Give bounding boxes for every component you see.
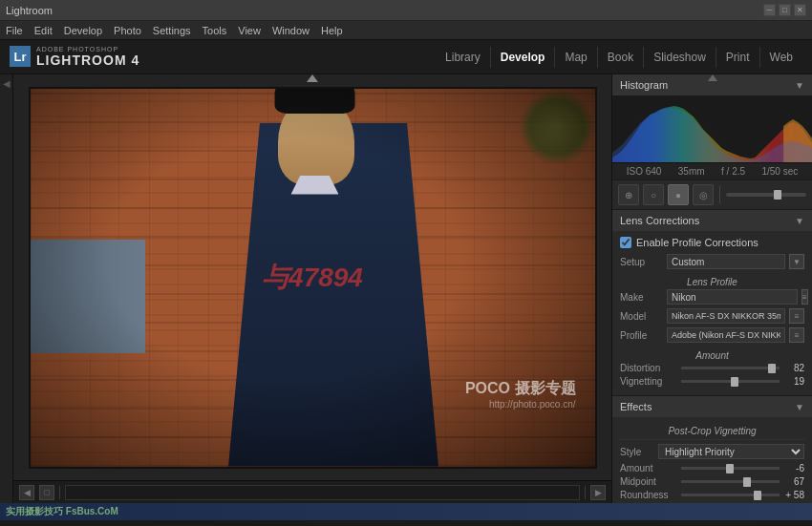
lens-corrections-header[interactable]: Lens Corrections ▼	[612, 210, 812, 231]
vignetting-slider[interactable]	[681, 380, 780, 383]
model-menu-button[interactable]: ≡	[789, 308, 804, 324]
redeye-tool[interactable]: ◎	[693, 184, 714, 205]
left-panel-toggle[interactable]: ◀	[3, 78, 11, 89]
setup-row: Setup ▼	[620, 254, 804, 269]
effects-amount-thumb	[726, 464, 734, 473]
effects-roundness-value: + 58	[783, 490, 804, 500]
vignetting-value: 19	[783, 376, 804, 387]
minimize-button[interactable]: ─	[763, 4, 776, 16]
style-row: Style Highlight Priority Color Priority …	[620, 444, 804, 459]
filmstrip-divider	[59, 486, 60, 499]
lens-corrections-title: Lens Corrections	[620, 215, 699, 226]
right-panel: Histogram ▼	[611, 74, 812, 503]
retouch-tool[interactable]: ●	[668, 184, 689, 205]
setup-input[interactable]	[667, 254, 785, 269]
menu-tools[interactable]: Tools	[203, 25, 227, 36]
spot-tool[interactable]: ○	[643, 184, 664, 205]
filmstrip-next-icon[interactable]: ▶	[590, 485, 606, 500]
red-watermark-text: 与47894	[262, 260, 363, 296]
photo-scene: 与47894 POCO 摄影专题 http://photo.poco.cn/	[31, 89, 595, 467]
make-label: Make	[620, 292, 663, 303]
vignetting-thumb	[731, 377, 738, 387]
amount-subheader: Amount	[620, 347, 804, 363]
model-input[interactable]	[667, 308, 785, 324]
menu-develop[interactable]: Develop	[64, 25, 102, 36]
effects-midpoint-row: Midpoint 67	[620, 476, 804, 487]
photo-container: 与47894 POCO 摄影专题 http://photo.poco.cn/	[13, 74, 611, 480]
watermark-logo: POCO 摄影专题	[465, 379, 576, 399]
menu-help[interactable]: Help	[321, 25, 343, 36]
fsbuscom-text: 实用摄影技巧 FsBus.CoM	[6, 505, 118, 518]
menu-edit[interactable]: Edit	[34, 25, 53, 36]
menu-window[interactable]: Window	[272, 25, 310, 36]
module-print[interactable]: Print	[716, 47, 759, 68]
left-panel: ◀	[0, 74, 13, 503]
lens-profile-subheader: Lens Profile	[620, 273, 804, 289]
close-button[interactable]: ✕	[794, 4, 806, 16]
style-label: Style	[620, 447, 658, 457]
filmstrip-prev-icon[interactable]: ◀	[19, 485, 34, 500]
effects-midpoint-slider[interactable]	[681, 480, 780, 483]
setup-menu-button[interactable]: ▼	[789, 254, 804, 269]
effects-roundness-slider[interactable]	[681, 494, 780, 496]
effects-header[interactable]: Effects ▼	[612, 396, 812, 417]
effects-midpoint-label: Midpoint	[620, 476, 677, 487]
distortion-slider[interactable]	[681, 367, 780, 369]
menu-bar: File Edit Develop Photo Settings Tools V…	[0, 21, 812, 40]
tool-divider	[719, 186, 720, 203]
histogram-chart	[612, 95, 812, 162]
profile-input[interactable]	[667, 327, 785, 343]
lens-corrections-section: Lens Corrections ▼ Enable Profile Correc…	[612, 210, 812, 396]
camera-iso: ISO 640	[627, 166, 662, 177]
histogram-title: Histogram	[620, 79, 668, 91]
profile-label: Profile	[620, 330, 663, 341]
make-row: Make ≡	[620, 289, 804, 305]
effects-collapse-icon[interactable]: ▼	[795, 402, 804, 412]
lens-corrections-collapse-icon[interactable]: ▼	[795, 216, 804, 226]
camera-shutter: 1/50 sec	[761, 166, 798, 177]
distortion-label: Distortion	[620, 363, 677, 373]
make-menu-button[interactable]: ≡	[801, 289, 808, 305]
fsbuscom-bar: 实用摄影技巧 FsBus.CoM	[0, 503, 812, 520]
menu-settings[interactable]: Settings	[153, 25, 191, 36]
tool-row: ⊕ ○ ● ◎	[612, 180, 812, 210]
module-slideshow[interactable]: Slideshow	[643, 47, 716, 68]
menu-view[interactable]: View	[238, 25, 261, 36]
maximize-button[interactable]: □	[779, 4, 791, 16]
module-develop[interactable]: Develop	[490, 47, 555, 68]
photo-area: 与47894 POCO 摄影专题 http://photo.poco.cn/ ◀…	[13, 74, 611, 503]
style-select[interactable]: Highlight Priority Color Priority Paint …	[658, 444, 804, 459]
window-controls[interactable]: ─ □ ✕	[763, 4, 806, 16]
top-scroll-indicator	[307, 74, 318, 82]
menu-photo[interactable]: Photo	[114, 25, 141, 36]
enable-profile-checkbox[interactable]	[620, 237, 631, 248]
enable-profile-label: Enable Profile Corrections	[636, 237, 759, 248]
effects-amount-slider[interactable]	[681, 467, 780, 470]
module-web[interactable]: Web	[759, 47, 802, 68]
camera-aperture: f / 2.5	[721, 166, 745, 177]
effects-amount-row: Amount -6	[620, 463, 804, 473]
model-row: Model ≡	[620, 308, 804, 324]
nav-bar: Lr ADOBE PHOTOSHOP LIGHTROOM 4 Library D…	[0, 40, 812, 74]
module-book[interactable]: Book	[597, 47, 643, 68]
crop-tool[interactable]: ⊕	[618, 184, 639, 205]
tool-slider[interactable]	[726, 193, 806, 197]
menu-file[interactable]: File	[6, 25, 23, 36]
module-map[interactable]: Map	[554, 47, 596, 68]
post-crop-subheader: Post-Crop Vignetting	[620, 423, 804, 440]
histogram-canvas	[612, 95, 812, 162]
profile-row: Profile ≡	[620, 327, 804, 343]
vignetting-label: Vignetting	[620, 376, 677, 387]
watermark: POCO 摄影专题 http://photo.poco.cn/	[465, 379, 576, 410]
lightroom-label: LIGHTROOM 4	[36, 53, 139, 68]
make-input[interactable]	[667, 289, 798, 305]
effects-amount-value: -6	[783, 463, 804, 473]
effects-title: Effects	[620, 401, 652, 412]
camera-focal: 35mm	[678, 166, 705, 177]
effects-midpoint-thumb	[743, 477, 751, 487]
profile-menu-button[interactable]: ≡	[789, 327, 804, 343]
app-title: Lightroom	[6, 5, 53, 16]
module-library[interactable]: Library	[436, 47, 490, 68]
filmstrip-icon2[interactable]: □	[39, 485, 54, 500]
histogram-collapse-icon[interactable]: ▼	[795, 80, 804, 91]
